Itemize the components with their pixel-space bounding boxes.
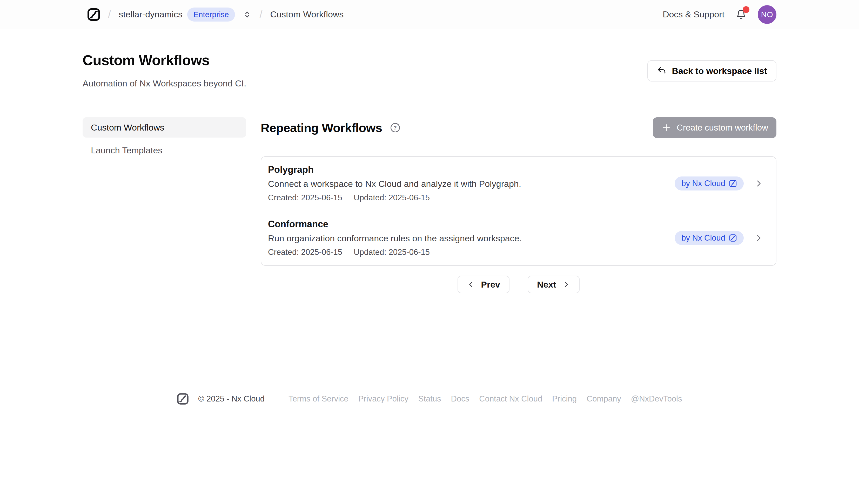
workflow-created: Created: 2025-06-15: [268, 193, 342, 203]
breadcrumb: / stellar-dynamics Enterprise / Custom W…: [87, 7, 344, 21]
workflow-row-actions: by Nx Cloud: [675, 177, 764, 190]
sidebar-item-launch-templates[interactable]: Launch Templates: [82, 140, 246, 161]
breadcrumb-separator: /: [108, 9, 111, 20]
nx-logo-icon: [177, 393, 189, 406]
next-label: Next: [537, 279, 556, 290]
workflow-row-actions: by Nx Cloud: [675, 231, 764, 245]
workflow-created: Created: 2025-06-15: [268, 247, 342, 257]
workspace-switcher-icon[interactable]: [243, 9, 252, 20]
footer-link-contact[interactable]: Contact Nx Cloud: [479, 394, 542, 403]
chevron-right-icon: [754, 233, 764, 243]
topbar-actions: Docs & Support NO: [663, 5, 777, 24]
page-title: Custom Workflows: [82, 52, 210, 68]
workflow-updated: Updated: 2025-06-15: [354, 247, 430, 257]
nx-logo-icon: [729, 179, 737, 188]
footer-divider: [0, 375, 859, 375]
workflow-updated: Updated: 2025-06-15: [354, 193, 430, 203]
workflow-row-polygraph[interactable]: Polygraph Connect a workspace to Nx Clou…: [261, 157, 776, 211]
pagination: Prev Next: [261, 276, 777, 293]
workflow-name: Conformance: [268, 218, 522, 230]
footer-link-terms[interactable]: Terms of Service: [288, 394, 348, 403]
notification-dot: [743, 6, 750, 13]
breadcrumb-separator: /: [259, 9, 262, 20]
nx-logo-icon[interactable]: [87, 8, 100, 21]
prev-label: Prev: [481, 279, 500, 290]
sidebar-item-label: Launch Templates: [91, 145, 162, 155]
back-to-workspace-list-button[interactable]: Back to workspace list: [647, 60, 777, 81]
user-avatar[interactable]: NO: [758, 5, 777, 24]
settings-sidebar: Custom Workflows Launch Templates: [82, 117, 246, 293]
return-arrow-icon: [657, 66, 667, 76]
main-panel: Repeating Workflows ? Create custom work…: [261, 117, 777, 293]
chevron-right-icon: [754, 179, 764, 188]
app-root: / stellar-dynamics Enterprise / Custom W…: [0, 0, 859, 504]
section-header: Repeating Workflows ? Create custom work…: [261, 117, 777, 138]
workflows-card: Polygraph Connect a workspace to Nx Clou…: [261, 156, 777, 266]
prev-page-button[interactable]: Prev: [457, 276, 510, 293]
docs-support-link[interactable]: Docs & Support: [663, 9, 724, 19]
chevron-right-icon: [562, 280, 570, 288]
section-title-group: Repeating Workflows ?: [261, 121, 400, 135]
sidebar-item-custom-workflows[interactable]: Custom Workflows: [82, 117, 246, 138]
footer-link-pricing[interactable]: Pricing: [552, 394, 577, 403]
footer-link-privacy[interactable]: Privacy Policy: [358, 394, 408, 403]
page-subtitle: Automation of Nx Workspaces beyond CI.: [82, 78, 246, 89]
workflow-info: Polygraph Connect a workspace to Nx Clou…: [268, 164, 521, 203]
plus-icon: [661, 122, 672, 133]
workflow-description: Run organization conformance rules on th…: [268, 232, 522, 244]
help-icon[interactable]: ?: [391, 123, 400, 132]
chevron-left-icon: [467, 280, 475, 288]
notifications-button[interactable]: [735, 8, 747, 21]
section-title: Repeating Workflows: [261, 121, 382, 135]
footer: © 2025 - Nx Cloud Terms of Service Priva…: [0, 393, 859, 406]
plan-badge: Enterprise: [187, 7, 235, 21]
badge-label: by Nx Cloud: [681, 233, 725, 243]
workflow-info: Conformance Run organization conformance…: [268, 218, 522, 257]
content-area: Custom Workflows Launch Templates Repeat…: [82, 117, 777, 293]
workflow-meta: Created: 2025-06-15 Updated: 2025-06-15: [268, 193, 521, 203]
create-button-label: Create custom workflow: [677, 123, 768, 133]
breadcrumb-workspace-name[interactable]: stellar-dynamics: [119, 9, 183, 19]
workflow-meta: Created: 2025-06-15 Updated: 2025-06-15: [268, 247, 522, 257]
footer-links: Terms of Service Privacy Policy Status D…: [288, 394, 682, 403]
footer-link-company[interactable]: Company: [587, 394, 621, 403]
breadcrumb-current-page[interactable]: Custom Workflows: [270, 9, 344, 19]
sidebar-item-label: Custom Workflows: [91, 122, 164, 133]
nx-logo-icon: [729, 234, 737, 242]
next-page-button[interactable]: Next: [528, 276, 579, 293]
workflow-description: Connect a workspace to Nx Cloud and anal…: [268, 178, 521, 189]
badge-label: by Nx Cloud: [681, 179, 725, 188]
top-navigation-bar: / stellar-dynamics Enterprise / Custom W…: [0, 0, 859, 29]
create-custom-workflow-button[interactable]: Create custom workflow: [653, 117, 777, 138]
workflow-name: Polygraph: [268, 164, 521, 175]
by-nx-cloud-badge[interactable]: by Nx Cloud: [675, 231, 744, 245]
footer-link-nxdevtools[interactable]: @NxDevTools: [631, 394, 682, 403]
by-nx-cloud-badge[interactable]: by Nx Cloud: [675, 177, 744, 190]
back-button-label: Back to workspace list: [672, 66, 767, 76]
copyright-text: © 2025 - Nx Cloud: [198, 394, 265, 403]
footer-link-docs[interactable]: Docs: [451, 394, 469, 403]
workflow-row-conformance[interactable]: Conformance Run organization conformance…: [261, 211, 776, 265]
footer-link-status[interactable]: Status: [418, 394, 441, 403]
